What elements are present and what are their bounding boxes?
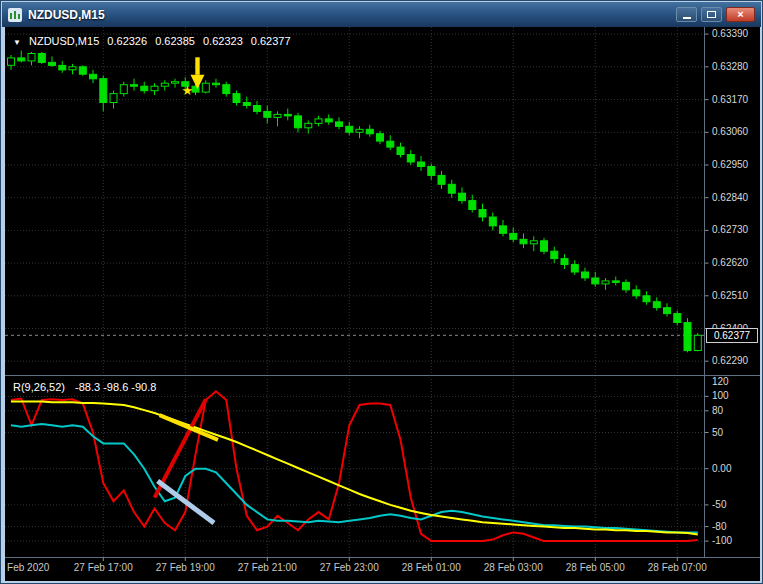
time-axis-label: 27 Feb 23:00 — [320, 562, 379, 573]
maximize-button[interactable] — [701, 7, 722, 22]
candle-body — [141, 86, 148, 91]
minimize-icon — [683, 17, 691, 19]
indicator-axis-label: 80 — [712, 405, 723, 416]
candle-body — [571, 265, 578, 272]
yellow-star[interactable]: ★ — [181, 83, 193, 98]
candle-body — [397, 147, 404, 154]
candle-body — [315, 119, 322, 124]
candle-body — [100, 79, 107, 103]
candle-body — [479, 210, 486, 217]
candle-body — [274, 114, 281, 117]
candle-body — [510, 233, 517, 239]
price-axis-label: 0.63280 — [712, 61, 748, 72]
candle-body — [551, 251, 558, 258]
maximize-icon — [707, 11, 716, 18]
candle-body — [161, 83, 168, 86]
candle-body — [561, 259, 568, 265]
close-value: 0.62377 — [251, 35, 291, 47]
indicator-axis-label: 0.00 — [712, 463, 731, 474]
app-icon — [8, 8, 22, 22]
indicator-line-mid-aqua — [11, 424, 698, 533]
high-value: 0.62385 — [155, 35, 195, 47]
candle-body — [69, 67, 76, 70]
candle-body — [243, 103, 250, 106]
mt4-chart-window: NZDUSD,M15 × ★ ▼ NZDUSD,M15 0.62326 0.62… — [0, 0, 763, 584]
candle-body — [366, 129, 373, 134]
candle-body — [469, 201, 476, 210]
time-axis-label: 28 Feb 07:00 — [648, 562, 707, 573]
indicator-axis-label: 100 — [712, 390, 729, 401]
candle-body — [520, 239, 527, 244]
candle-body — [407, 155, 414, 162]
candle-body — [305, 123, 312, 128]
titlebar[interactable]: NZDUSD,M15 × — [2, 2, 761, 27]
window-controls: × — [676, 7, 755, 22]
symbol-label: NZDUSD,M15 — [29, 35, 99, 47]
time-axis-label: 27 Feb 19:00 — [156, 562, 215, 573]
price-axis-label: 0.62510 — [712, 290, 748, 301]
candle-body — [28, 54, 35, 61]
candle-body — [428, 167, 435, 176]
indicator-name: R(9,26,52) — [13, 381, 65, 393]
candle-body — [284, 114, 291, 116]
indicator-label: R(9,26,52) -88.3 -98.6 -90.8 — [13, 381, 163, 393]
chart-content: ★ ▼ NZDUSD,M15 0.62326 0.62385 0.62323 0… — [5, 27, 760, 581]
candle-body — [438, 175, 445, 184]
candle-body — [325, 119, 332, 122]
candle-body — [500, 226, 507, 233]
minimize-button[interactable] — [676, 7, 697, 22]
candle-body — [612, 281, 619, 283]
candle-body — [592, 278, 599, 284]
candle-body — [90, 74, 97, 79]
candle-body — [674, 314, 681, 323]
candle-body — [8, 58, 15, 65]
candle-body — [295, 116, 302, 128]
yellow-down-arrow[interactable] — [195, 57, 199, 75]
indicator-axis-label: -50 — [712, 499, 726, 510]
candle-body — [582, 272, 589, 278]
candle-body — [489, 217, 496, 226]
candle-body — [79, 67, 86, 74]
price-axis-label: 0.62730 — [712, 224, 748, 235]
current-price-tag: 0.62377 — [706, 328, 758, 343]
candle-body — [541, 241, 548, 251]
candle-body — [694, 335, 701, 350]
candle-body — [172, 82, 179, 84]
time-axis-label: 28 Feb 01:00 — [402, 562, 461, 573]
candle-body — [120, 85, 127, 94]
time-axis-label: 27 Feb 2020 — [0, 562, 49, 573]
candle-body — [110, 94, 117, 103]
candle-body — [202, 83, 209, 92]
indicator-axis-label: 50 — [712, 427, 723, 438]
time-axis-label: 27 Feb 17:00 — [74, 562, 133, 573]
candle-body — [131, 85, 138, 87]
candle-body — [623, 282, 630, 289]
chart-canvas[interactable]: ★ — [5, 27, 760, 581]
candle-body — [356, 129, 363, 132]
price-axis-label: 0.62290 — [712, 355, 748, 366]
candle-body — [264, 111, 271, 117]
candle-body — [418, 162, 425, 167]
candle-body — [643, 296, 650, 302]
candle-body — [254, 106, 261, 112]
panel-splitter[interactable] — [5, 374, 760, 378]
candle-body — [38, 54, 45, 63]
candle-body — [448, 184, 455, 193]
symbol-dropdown-icon[interactable]: ▼ — [13, 38, 21, 47]
candle-body — [377, 134, 384, 141]
candle-body — [664, 308, 671, 314]
candle-body — [653, 302, 660, 308]
time-axis-label: 27 Feb 21:00 — [238, 562, 297, 573]
low-value: 0.62323 — [203, 35, 243, 47]
candle-body — [223, 85, 230, 94]
indicator-line-slow-yellow — [11, 401, 698, 534]
candle-body — [213, 83, 220, 85]
time-axis-label: 28 Feb 03:00 — [484, 562, 543, 573]
indicator-axis-label: -100 — [712, 535, 732, 546]
candle-body — [18, 58, 25, 61]
price-axis-label: 0.63060 — [712, 126, 748, 137]
price-axis-label: 0.62620 — [712, 257, 748, 268]
price-axis-label: 0.63170 — [712, 94, 748, 105]
close-button[interactable]: × — [726, 7, 755, 22]
candle-body — [684, 323, 691, 351]
